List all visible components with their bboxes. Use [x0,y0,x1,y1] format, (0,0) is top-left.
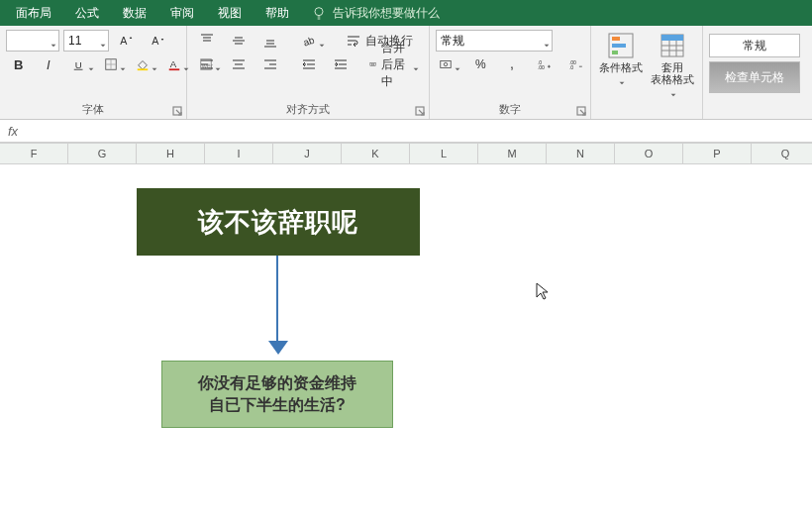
ribbon-group-alignment: ab 自动换行 合并后居中 [187,26,430,119]
chevron-down-icon [152,61,157,67]
cell-style-check-cell[interactable]: 检查单元格 [709,61,800,93]
ribbon: 11 A A B I U A wén 字体 [0,26,812,120]
svg-point-44 [444,62,448,66]
underline-button[interactable]: U [69,53,97,75]
diagram-title-box[interactable]: 该不该辞职呢 [137,188,420,256]
column-header[interactable]: M [478,144,547,163]
decrease-font-button[interactable]: A [145,30,172,52]
ribbon-group-font: 11 A A B I U A wén 字体 [0,26,187,119]
align-top-button[interactable] [193,30,221,52]
chevron-down-icon [413,61,419,67]
font-family-select[interactable] [6,30,59,52]
align-right-button[interactable] [256,53,284,75]
align-middle-button[interactable] [225,30,253,52]
dialog-launcher-font[interactable] [172,105,182,115]
dialog-launcher-number[interactable] [576,105,586,115]
formula-input[interactable] [28,121,812,141]
wrap-text-icon [346,33,361,49]
svg-text:A: A [170,58,177,69]
menu-review[interactable]: 审阅 [158,0,206,26]
menu-layout[interactable]: 面布局 [4,0,63,26]
percent-button[interactable]: % [467,53,495,75]
chevron-down-icon [455,61,460,67]
font-decrease-icon: A [151,33,166,49]
conditional-format-icon [607,32,635,59]
orientation-button[interactable]: ab [298,30,328,52]
svg-rect-43 [441,61,452,68]
group-label-align: 对齐方式 [286,102,330,117]
align-bottom-button[interactable] [256,30,284,52]
svg-text:.0: .0 [569,64,573,70]
comma-button[interactable]: , [499,53,527,75]
merge-center-label: 合并后居中 [381,40,407,90]
column-header[interactable]: N [547,144,615,163]
svg-point-0 [315,8,323,16]
align-center-button[interactable] [225,53,253,75]
dialog-launcher-align[interactable] [415,105,425,115]
ribbon-group-number: 常规 % , .0.00 .00.0 数字 [430,26,591,119]
align-left-icon [199,56,215,72]
chevron-down-icon [88,61,94,67]
group-label-number: 数字 [499,102,521,117]
svg-text:ab: ab [302,34,317,48]
paint-bucket-icon [136,56,150,72]
fill-color-button[interactable] [133,53,160,75]
column-header[interactable]: Q [752,144,812,163]
increase-indent-button[interactable] [327,53,355,75]
bold-button[interactable]: B [6,53,34,75]
chevron-down-icon [51,38,56,44]
svg-rect-10 [138,68,149,70]
column-header[interactable]: K [342,144,410,163]
format-as-table-label: 套用 表格格式 [651,61,694,85]
font-size-value: 11 [68,34,81,48]
decrease-indent-button[interactable] [295,53,323,75]
column-header[interactable]: J [273,144,342,163]
column-header[interactable]: I [205,144,273,163]
align-left-button[interactable] [193,53,221,75]
svg-text:.00: .00 [538,64,545,70]
worksheet-canvas[interactable]: 该不该辞职呢 你没有足够的资金维持 自已下半生的生活? [0,164,812,523]
diagram-question-box[interactable]: 你没有足够的资金维持 自已下半生的生活? [161,361,393,428]
ribbon-group-cond-table: 条件格式 套用 表格格式 [591,26,703,119]
column-header[interactable]: G [68,144,137,163]
conditional-formatting-button[interactable]: 条件格式 [597,30,645,81]
align-top-icon [199,33,215,49]
merge-center-button[interactable]: 合并后居中 [365,53,423,75]
svg-text:%: % [475,57,486,71]
column-header[interactable]: L [410,144,478,163]
currency-button[interactable] [436,53,463,75]
column-header[interactable]: H [137,144,205,163]
column-header[interactable]: O [615,144,683,163]
number-format-select[interactable]: 常规 [436,30,553,52]
fx-icon[interactable]: fx [8,124,18,139]
menu-formulas[interactable]: 公式 [63,0,111,26]
cell-style-normal[interactable]: 常规 [709,34,800,57]
chevron-down-icon [100,38,106,44]
font-size-select[interactable]: 11 [63,30,109,52]
menu-view[interactable]: 视图 [206,0,254,26]
align-bottom-icon [262,33,278,49]
decrease-decimal-button[interactable]: .00.0 [562,53,590,75]
svg-text:I: I [47,57,51,72]
menu-help[interactable]: 帮助 [254,0,301,26]
borders-button[interactable] [101,53,129,75]
svg-text:U: U [75,59,82,70]
svg-rect-55 [612,51,618,54]
svg-rect-57 [661,35,683,41]
format-as-table-button[interactable]: 套用 表格格式 [649,30,696,93]
italic-button[interactable]: I [38,53,65,75]
column-header[interactable]: F [0,144,68,163]
table-format-icon [659,32,686,59]
increase-decimal-button[interactable]: .0.00 [531,53,558,75]
percent-icon: % [473,56,489,72]
column-header[interactable]: P [683,144,752,163]
orientation-icon: ab [301,33,317,49]
svg-rect-53 [612,37,620,41]
svg-text:A: A [152,35,159,47]
currency-icon [439,56,453,72]
chevron-down-icon [670,87,676,93]
menu-data[interactable]: 数据 [111,0,158,26]
tell-me[interactable]: 告诉我你想要做什么 [301,5,450,22]
mouse-cursor-icon [535,281,551,301]
increase-font-button[interactable]: A [113,30,141,52]
